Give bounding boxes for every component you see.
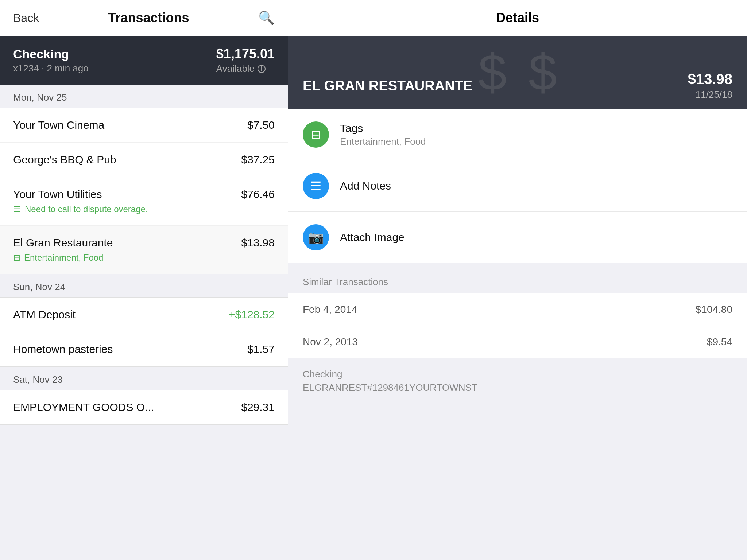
transaction-item[interactable]: ATM Deposit +$128.52 xyxy=(0,298,288,332)
hero-date: 11/25/18 xyxy=(688,89,732,100)
tx-name: EMPLOYMENT GOODS O... xyxy=(13,401,241,413)
tx-amount: $76.46 xyxy=(241,188,275,201)
tx-name: Your Town Utilities xyxy=(13,188,241,201)
hero-amount: $13.98 xyxy=(688,71,732,88)
notes-action[interactable]: ☰ Add Notes xyxy=(288,160,747,212)
tx-amount: $29.31 xyxy=(241,401,275,413)
tx-name: ATM Deposit xyxy=(13,308,229,321)
tx-name: Hometown pasteries xyxy=(13,343,247,355)
search-icon[interactable]: 🔍 xyxy=(258,10,275,26)
note-icon: ☰ xyxy=(13,204,21,214)
date-group-header-3: Sat, Nov 23 xyxy=(0,367,288,390)
similar-amount-1: $104.80 xyxy=(696,304,732,315)
footer-label: Checking xyxy=(303,369,732,380)
footer-value: ELGRANREST#1298461YOURTOWNST xyxy=(303,382,732,393)
tx-amount: +$128.52 xyxy=(229,308,275,321)
tx-name: Your Town Cinema xyxy=(13,119,247,131)
image-label: Attach Image xyxy=(340,231,405,244)
similar-item-2[interactable]: Nov 2, 2013 $9.54 xyxy=(288,326,747,358)
tag-icon: ⊟ xyxy=(13,253,20,263)
date-group-header-2: Sun, Nov 24 xyxy=(0,274,288,297)
page-title: Transactions xyxy=(108,10,189,26)
transaction-item[interactable]: Your Town Utilities ☰ Need to call to di… xyxy=(0,177,288,226)
hero-amount-block: $13.98 11/25/18 xyxy=(688,71,732,100)
tags-label-block: Tags Entertainment, Food xyxy=(340,122,426,147)
image-action[interactable]: 📷 Attach Image xyxy=(288,212,747,263)
image-label-block: Attach Image xyxy=(340,231,405,244)
tags-sublabel: Entertainment, Food xyxy=(340,136,426,147)
notes-label: Add Notes xyxy=(340,180,391,192)
transactions-scroll: Mon, Nov 25 Your Town Cinema $7.50 Georg… xyxy=(0,85,288,560)
right-panel: Details $ $ EL GRAN RESTAURANTE $13.98 1… xyxy=(288,0,747,560)
tx-amount: $7.50 xyxy=(247,119,275,131)
account-name: Checking xyxy=(13,47,89,61)
top-nav: Back Transactions 🔍 xyxy=(0,0,288,36)
account-balance: $1,175.01 xyxy=(216,46,275,62)
tx-amount: $13.98 xyxy=(241,237,275,249)
tags-icon-circle: ⊟ xyxy=(303,121,329,148)
similar-amount-2: $9.54 xyxy=(707,336,732,348)
details-header: Details xyxy=(288,0,747,36)
account-sub: x1234 · 2 min ago xyxy=(13,63,89,74)
notes-icon: ☰ xyxy=(310,179,321,193)
tx-note-text: Need to call to dispute overage. xyxy=(25,204,148,214)
tx-amount: $1.57 xyxy=(247,343,275,355)
similar-date-2: Nov 2, 2013 xyxy=(303,336,358,348)
similar-item-1[interactable]: Feb 4, 2014 $104.80 xyxy=(288,293,747,326)
back-button[interactable]: Back xyxy=(13,11,39,25)
tx-tag-text: Entertainment, Food xyxy=(24,253,103,263)
hero-content: EL GRAN RESTAURANTE $13.98 11/25/18 xyxy=(288,62,747,109)
notes-icon-circle: ☰ xyxy=(303,173,329,199)
account-card: Checking x1234 · 2 min ago $1,175.01 Ava… xyxy=(0,36,288,85)
tags-label: Tags xyxy=(340,122,426,135)
merchant-name: EL GRAN RESTAURANTE xyxy=(303,78,472,94)
transaction-item[interactable]: George's BBQ & Pub $37.25 xyxy=(0,143,288,177)
transaction-item[interactable]: Hometown pasteries $1.57 xyxy=(0,332,288,366)
account-available: Available i xyxy=(216,63,275,74)
hero-banner: $ $ EL GRAN RESTAURANTE $13.98 11/25/18 xyxy=(288,36,747,109)
tx-name: George's BBQ & Pub xyxy=(13,153,241,166)
left-panel: Back Transactions 🔍 Checking x1234 · 2 m… xyxy=(0,0,288,560)
tx-amount: $37.25 xyxy=(241,153,275,166)
tags-action[interactable]: ⊟ Tags Entertainment, Food xyxy=(288,109,747,160)
camera-icon: 📷 xyxy=(308,230,324,245)
transaction-group-3: EMPLOYMENT GOODS O... $29.31 xyxy=(0,390,288,425)
info-icon[interactable]: i xyxy=(258,65,266,73)
transaction-item-selected[interactable]: El Gran Restaurante ⊟ Entertainment, Foo… xyxy=(0,226,288,274)
image-icon-circle: 📷 xyxy=(303,224,329,250)
detail-actions: ⊟ Tags Entertainment, Food ☰ Add Notes 📷… xyxy=(288,109,747,263)
date-group-header-1: Mon, Nov 25 xyxy=(0,85,288,108)
transaction-group-2: ATM Deposit +$128.52 Hometown pasteries … xyxy=(0,297,288,367)
transaction-group-1: Your Town Cinema $7.50 George's BBQ & Pu… xyxy=(0,108,288,274)
footer-info: Checking ELGRANREST#1298461YOURTOWNST xyxy=(288,358,747,404)
tx-name: El Gran Restaurante xyxy=(13,237,241,249)
similar-header: Similar Transactions xyxy=(288,269,747,293)
similar-date-1: Feb 4, 2014 xyxy=(303,304,357,315)
notes-label-block: Add Notes xyxy=(340,180,391,192)
transaction-item[interactable]: Your Town Cinema $7.50 xyxy=(0,108,288,143)
similar-section: Similar Transactions Feb 4, 2014 $104.80… xyxy=(288,269,747,358)
transaction-item[interactable]: EMPLOYMENT GOODS O... $29.31 xyxy=(0,390,288,424)
tags-icon: ⊟ xyxy=(311,127,321,142)
